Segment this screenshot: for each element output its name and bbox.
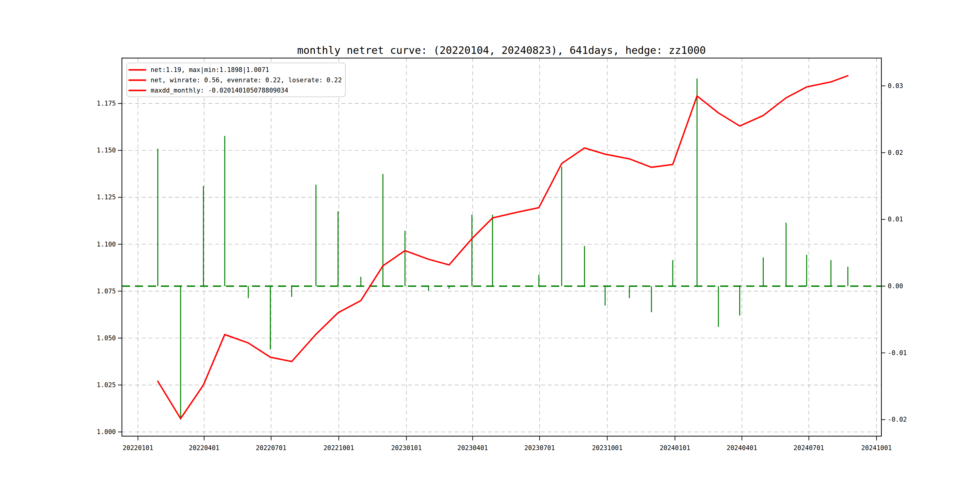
x-tick-label: 20230701 — [524, 444, 555, 452]
axis-ticks — [118, 86, 885, 441]
x-tick-label: 20231001 — [592, 444, 622, 452]
x-tick-label: 20221001 — [323, 444, 354, 452]
legend-entry-label: net:1.19, max|min:1.1898|1.0071 — [151, 66, 269, 74]
right-tick-label: 0.02 — [888, 149, 903, 156]
figure: 1.0001.0251.0501.0751.1001.1251.1501.175… — [0, 0, 980, 490]
x-tick-label: 20230401 — [457, 444, 488, 452]
right-tick-label: 0.00 — [888, 283, 903, 290]
netret-chart: 1.0001.0251.0501.0751.1001.1251.1501.175… — [0, 0, 980, 490]
right-tick-label: -0.01 — [888, 349, 907, 356]
right-tick-label: -0.02 — [888, 416, 907, 423]
left-tick-label: 1.000 — [97, 428, 116, 436]
left-tick-label: 1.125 — [97, 194, 116, 201]
x-tick-label: 20240101 — [660, 444, 690, 452]
axis-tick-labels: 1.0001.0251.0501.0751.1001.1251.1501.175… — [97, 82, 907, 452]
left-tick-label: 1.175 — [97, 100, 116, 107]
x-tick-label: 20220101 — [123, 444, 153, 452]
left-tick-label: 1.100 — [97, 241, 116, 248]
gridlines — [122, 58, 881, 436]
left-tick-label: 1.150 — [97, 147, 116, 154]
left-tick-label: 1.025 — [97, 382, 116, 389]
legend-entry-label: maxdd_monthly: -0.020140105078809034 — [151, 87, 288, 94]
chart-title: monthly netret curve: (20220104, 2024082… — [297, 44, 706, 56]
axes-spines — [122, 58, 881, 436]
x-tick-label: 20220401 — [189, 444, 219, 452]
x-tick-label: 20240401 — [727, 444, 757, 452]
net-curve-line — [158, 76, 848, 418]
legend: net:1.19, max|min:1.1898|1.0071net, winr… — [127, 63, 345, 97]
x-tick-label: 20240701 — [794, 444, 824, 452]
plot-border — [122, 58, 881, 436]
x-tick-label: 20230101 — [391, 444, 422, 452]
left-tick-label: 1.075 — [97, 288, 116, 295]
x-tick-label: 20241001 — [861, 444, 892, 452]
net-curve-polyline — [158, 76, 848, 418]
monthly-return-bars — [158, 79, 848, 420]
x-tick-label: 20220701 — [256, 444, 286, 452]
right-tick-label: 0.01 — [888, 216, 903, 223]
right-tick-label: 0.03 — [888, 82, 903, 89]
legend-entry-label: net, winrate: 0.56, evenrate: 0.22, lose… — [151, 76, 342, 84]
left-tick-label: 1.050 — [97, 334, 116, 342]
